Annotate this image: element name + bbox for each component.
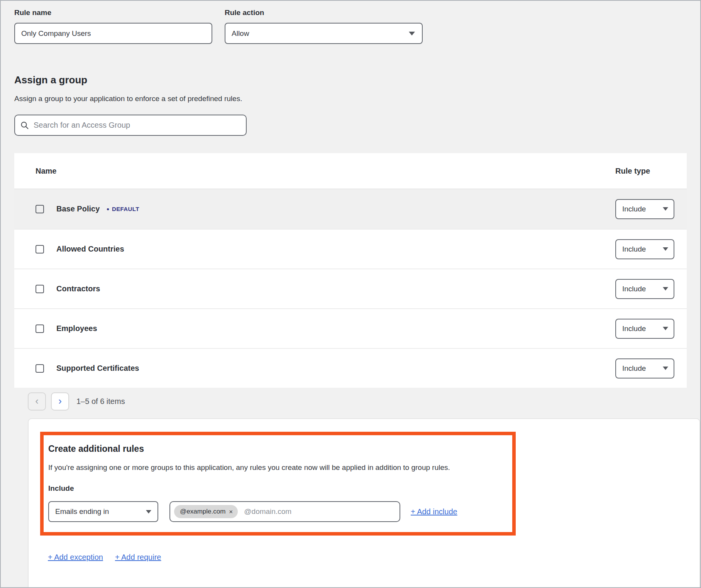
search-input[interactable] [34,121,240,130]
group-name: Supported Certificates [56,364,139,373]
row-checkbox[interactable] [36,245,44,253]
row-checkbox[interactable] [36,324,44,333]
email-chip-text: @example.com [180,508,225,515]
rule-type-cell: Include [615,319,687,339]
search-icon [20,121,29,130]
rule-type-cell: Include [615,239,687,259]
chevron-down-icon [663,367,668,370]
group-name: Allowed Countries [56,245,124,253]
chevron-down-icon [663,247,668,251]
rule-type-cell: Include [615,279,687,299]
rule-type-value: Include [622,205,646,213]
rule-type-value: Include [622,245,646,253]
rule-action-field-group: Rule action Allow [225,8,423,44]
rule-type-cell: Include [615,199,687,219]
rule-type-dropdown[interactable]: Include [615,319,674,339]
group-name: Base Policy [56,204,100,213]
chevron-down-icon [663,287,668,291]
assign-group-description: Assign a group to your application to en… [14,95,700,103]
bullet-icon: • [107,205,109,213]
chevron-down-icon [663,327,668,330]
rule-type-dropdown[interactable]: Include [615,358,674,378]
group-name: Employees [56,324,97,333]
chevron-down-icon [146,510,151,514]
rule-type-value: Include [622,324,646,333]
default-badge: • DEFAULT [107,205,139,213]
email-domain-input[interactable]: @example.com × [169,501,400,522]
pagination-label: 1–5 of 6 items [76,397,125,406]
row-checkbox[interactable] [36,205,44,213]
table-row-allowed-countries: Allowed Countries Include [14,229,687,269]
table-row-employees: Employees Include [14,308,687,348]
pagination: ‹ › 1–5 of 6 items [28,392,700,411]
create-additional-rules-highlight: Create additional rules If you're assign… [40,432,516,536]
access-groups-table: Name Rule type Base Policy • DEFAULT Inc… [14,153,687,388]
rule-name-input[interactable] [14,23,212,44]
rule-type-value: Include [622,364,646,373]
table-row-supported-certificates: Supported Certificates Include [14,348,687,388]
add-exception-link[interactable]: + Add exception [48,553,103,562]
row-checkbox[interactable] [36,285,44,293]
rule-action-links: + Add exception + Add require [48,553,699,562]
chevron-right-icon: › [58,396,62,406]
rule-type-dropdown[interactable]: Include [615,279,674,299]
access-rule-page: { "form": { "rule_name": { "label": "Rul… [0,0,701,588]
chevron-down-icon [663,207,668,211]
create-additional-rules-description: If you're assigning one or more groups t… [48,463,508,472]
rule-type-cell: Include [615,358,687,378]
rule-type-value: Include [622,285,646,293]
rule-action-value: Allow [232,29,249,38]
rule-type-dropdown[interactable]: Include [615,239,674,259]
column-header-rule-type: Rule type [615,167,687,176]
rule-name-label: Rule name [14,8,212,17]
page-content: Rule name Rule action Allow Assign a gro… [1,1,700,588]
rule-name-field-group: Rule name [14,8,212,44]
rule-selector-dropdown[interactable]: Emails ending in [48,501,158,522]
additional-rules-panel: Create additional rules If you're assign… [28,418,700,588]
table-row-base-policy: Base Policy • DEFAULT Include [14,189,687,229]
table-header: Name Rule type [14,153,687,189]
chevron-down-icon [409,32,415,35]
email-domain-text-input[interactable] [244,507,396,516]
row-checkbox[interactable] [36,364,44,373]
rule-action-label: Rule action [225,8,423,17]
column-header-name: Name [14,167,615,176]
close-icon[interactable]: × [229,509,233,515]
chevron-left-icon: ‹ [35,396,39,406]
include-section-label: Include [48,484,508,493]
assign-group-heading: Assign a group [14,74,700,86]
rule-action-select[interactable]: Allow [225,23,423,44]
create-additional-rules-heading: Create additional rules [48,444,508,454]
group-name: Contractors [56,284,100,293]
previous-page-button[interactable]: ‹ [28,392,46,411]
rule-selector-value: Emails ending in [55,507,109,516]
rule-type-dropdown[interactable]: Include [615,199,674,219]
add-require-link[interactable]: + Add require [115,553,161,562]
table-row-contractors: Contractors Include [14,269,687,308]
default-badge-text: DEFAULT [112,206,139,212]
add-include-link[interactable]: + Add include [411,507,457,516]
email-chip: @example.com × [174,505,238,518]
rule-form-row: Rule name Rule action Allow [14,8,700,44]
next-page-button[interactable]: › [51,392,69,411]
include-rule-row: Emails ending in @example.com × + Add in… [48,501,508,522]
access-group-search[interactable] [14,115,247,136]
